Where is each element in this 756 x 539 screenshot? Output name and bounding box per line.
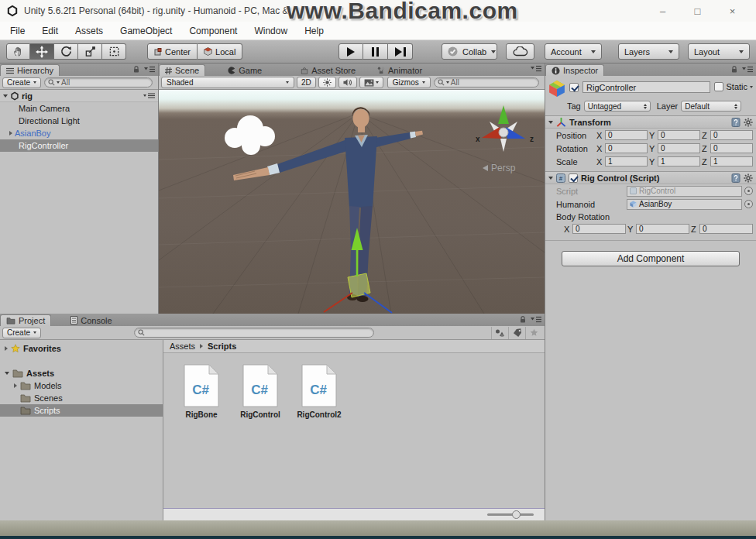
hierarchy-search-input[interactable]: All xyxy=(44,77,153,88)
2d-toggle-button[interactable]: 2D xyxy=(297,77,316,88)
hierarchy-item-main-camera[interactable]: Main Camera xyxy=(0,102,158,115)
scene-search-input[interactable]: All xyxy=(434,77,539,88)
draw-mode-dropdown[interactable]: Shaded xyxy=(161,77,294,88)
foldout-down-icon[interactable] xyxy=(5,372,9,375)
gameobject-cube-icon[interactable] xyxy=(548,80,565,97)
tab-game[interactable]: Game xyxy=(222,64,267,76)
hierarchy-item-rigcontroller[interactable]: RigController xyxy=(0,139,158,152)
script-object-field[interactable]: RigControl xyxy=(627,186,742,197)
tree-item-scenes[interactable]: Scenes xyxy=(0,392,163,404)
scale-z-field[interactable]: 1 xyxy=(710,156,753,167)
component-enabled-checkbox[interactable] xyxy=(569,173,578,183)
tab-hierarchy[interactable]: Hierarchy xyxy=(0,64,60,76)
tree-item-assets[interactable]: Assets xyxy=(0,367,163,379)
foldout-down-icon[interactable] xyxy=(548,121,553,124)
position-z-field[interactable]: 0 xyxy=(710,130,753,140)
file-rigbone[interactable]: C# RigBone xyxy=(177,364,225,419)
rotation-z-field[interactable]: 0 xyxy=(710,143,753,153)
layers-dropdown[interactable]: Layers xyxy=(618,43,679,60)
project-search-input[interactable] xyxy=(134,328,374,338)
object-picker-icon[interactable] xyxy=(744,187,753,195)
scene-header-row[interactable]: rig xyxy=(0,90,158,102)
layout-dropdown[interactable]: Layout xyxy=(688,43,750,60)
menu-item-window[interactable]: Window xyxy=(246,26,296,36)
slider-thumb[interactable] xyxy=(512,510,521,519)
hierarchy-item-asianboy[interactable]: AsianBoy xyxy=(0,127,158,139)
lighting-toggle-button[interactable] xyxy=(318,77,336,88)
lock-icon[interactable] xyxy=(132,65,140,74)
effects-dropdown-button[interactable] xyxy=(359,77,383,88)
rig-control-header[interactable]: # Rig Control (Script) xyxy=(545,171,756,184)
tag-dropdown[interactable]: Untagged xyxy=(584,101,651,112)
position-x-field[interactable]: 0 xyxy=(605,130,648,140)
favorite-search-icon[interactable] xyxy=(525,327,542,339)
gear-icon[interactable] xyxy=(744,173,753,183)
rotation-x-field[interactable]: 0 xyxy=(605,143,648,153)
minimize-icon[interactable]: – xyxy=(645,5,680,17)
hierarchy-item-directional-light[interactable]: Directional Light xyxy=(0,115,158,127)
rotation-y-field[interactable]: 0 xyxy=(658,143,700,153)
panel-menu-icon[interactable] xyxy=(144,66,155,73)
lock-icon[interactable] xyxy=(730,65,738,74)
add-component-button[interactable]: Add Component xyxy=(562,251,740,266)
move-tool-button[interactable] xyxy=(30,43,54,60)
scene-viewport[interactable]: x z Persp xyxy=(159,90,545,314)
menu-item-component[interactable]: Component xyxy=(180,26,246,36)
hierarchy-create-button[interactable]: Create xyxy=(2,77,41,88)
close-icon[interactable]: × xyxy=(715,5,750,17)
scale-tool-button[interactable] xyxy=(78,43,102,60)
menu-item-gameobject[interactable]: GameObject xyxy=(112,26,180,36)
scale-x-field[interactable]: 1 xyxy=(605,156,648,167)
pivot-center-button[interactable]: Center xyxy=(147,43,198,60)
object-picker-icon[interactable] xyxy=(744,200,753,208)
project-create-button[interactable]: Create xyxy=(2,328,41,338)
hand-tool-button[interactable] xyxy=(6,43,30,60)
files-grid[interactable]: C# RigBone C# RigControl C# RigControl2 xyxy=(163,353,545,508)
tab-asset-store[interactable]: Asset Store xyxy=(295,64,361,76)
menu-item-file[interactable]: File xyxy=(2,26,33,36)
menu-item-edit[interactable]: Edit xyxy=(33,26,67,36)
persp-indicator[interactable]: Persp xyxy=(483,163,515,173)
gizmos-dropdown[interactable]: Gizmos xyxy=(387,77,431,88)
breadcrumb-root[interactable]: Assets xyxy=(170,342,195,351)
account-dropdown[interactable]: Account xyxy=(545,43,602,60)
thumbnail-size-slider[interactable] xyxy=(487,513,534,516)
foldout-right-icon[interactable] xyxy=(5,346,8,351)
collab-dropdown[interactable]: Collab xyxy=(442,43,497,60)
tree-item-models[interactable]: Models xyxy=(0,379,163,392)
space-local-button[interactable]: Local xyxy=(198,43,242,60)
file-rigcontrol[interactable]: C# RigControl xyxy=(236,364,284,419)
static-toggle[interactable]: Static xyxy=(714,82,753,91)
panel-menu-icon[interactable] xyxy=(531,316,541,323)
active-checkbox[interactable] xyxy=(569,83,579,92)
tab-console[interactable]: Console xyxy=(65,314,117,326)
foldout-down-icon[interactable] xyxy=(548,177,553,180)
scene-menu-icon[interactable] xyxy=(143,93,155,98)
breadcrumb-current[interactable]: Scripts xyxy=(208,342,236,351)
file-rigcontrol2[interactable]: C# RigControl2 xyxy=(295,364,343,419)
gameobject-name-field[interactable]: RigController xyxy=(582,81,710,93)
panel-menu-icon[interactable] xyxy=(742,66,753,73)
help-icon[interactable] xyxy=(731,118,741,127)
tree-item-scripts[interactable]: Scripts xyxy=(0,404,163,417)
foldout-right-icon[interactable] xyxy=(9,131,12,136)
foldout-right-icon[interactable] xyxy=(14,383,17,388)
rotate-tool-button[interactable] xyxy=(54,43,78,60)
scale-y-field[interactable]: 1 xyxy=(658,156,700,167)
lock-icon[interactable] xyxy=(519,315,527,324)
humanoid-object-field[interactable]: AsianBoy xyxy=(627,199,742,210)
foldout-down-icon[interactable] xyxy=(3,94,8,98)
tab-inspector[interactable]: Inspector xyxy=(545,64,604,76)
body-rotation-z-field[interactable]: 0 xyxy=(699,224,753,234)
cloud-button[interactable] xyxy=(506,43,534,60)
play-button[interactable] xyxy=(338,43,363,60)
search-by-type-icon[interactable] xyxy=(491,327,508,339)
audio-toggle-button[interactable] xyxy=(338,77,357,88)
body-rotation-x-field[interactable]: 0 xyxy=(572,224,626,234)
menu-item-help[interactable]: Help xyxy=(296,26,332,36)
tab-animator[interactable]: Animator xyxy=(372,64,428,76)
rect-tool-button[interactable] xyxy=(102,43,126,60)
pause-button[interactable] xyxy=(363,43,388,60)
tab-scene[interactable]: Scene xyxy=(159,64,205,76)
favorites-item[interactable]: Favorites xyxy=(0,342,163,355)
